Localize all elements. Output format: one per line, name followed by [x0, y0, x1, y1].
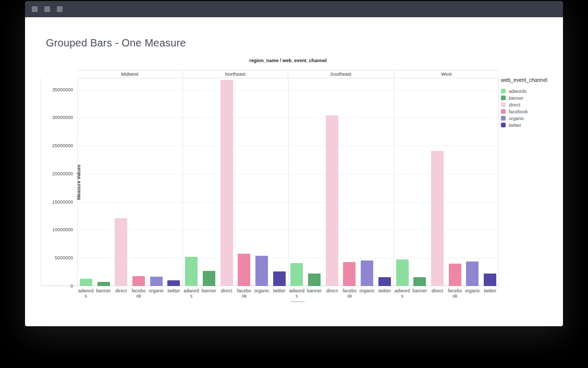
bar-west-facebook[interactable] [449, 264, 461, 286]
x-tick-label: adwords [183, 288, 200, 299]
bar-midwest-facebook[interactable] [132, 276, 145, 286]
x-tick-label: banner [201, 288, 217, 293]
bar-southeast-direct[interactable] [326, 115, 338, 286]
y-tick-label: 35000000 [42, 87, 73, 92]
x-tick-label: adwords [394, 288, 411, 299]
x-tick-label: banner [95, 288, 112, 293]
x-tick-label: twitter [165, 288, 182, 293]
facet-header-west: West [394, 70, 499, 78]
y-tick-label: 0 [42, 283, 73, 289]
window-control-icon[interactable] [44, 6, 50, 12]
bar-west-banner[interactable] [413, 277, 426, 286]
x-tick-label: organic [148, 288, 165, 293]
facet-header-midwest: Midwest [77, 70, 182, 78]
x-tick-label: direct [429, 288, 446, 293]
x-tick-label: direct [113, 288, 129, 293]
bar-west-organic[interactable] [466, 262, 479, 286]
legend-item-label: facebook [509, 109, 528, 114]
x-tick-label: adwords [78, 288, 94, 299]
x-tick-label: organic [359, 288, 375, 293]
bar-northeast-facebook[interactable] [238, 254, 250, 286]
facet-header-southeast: Southeast [288, 70, 394, 78]
legend-item-organic[interactable]: organic [501, 115, 561, 122]
bar-west-twitter[interactable] [484, 274, 496, 286]
legend-title: web_event_channel [501, 77, 561, 83]
bar-midwest-banner[interactable] [97, 282, 110, 286]
bar-west-direct[interactable] [431, 151, 444, 286]
legend-swatch-icon [501, 123, 506, 127]
x-tick-label: facebook [447, 288, 463, 299]
legend-item-label: adwords [509, 89, 526, 94]
facet-panel-northeast [182, 78, 288, 286]
facet-header-row: MidwestNortheastSoutheastWest [77, 70, 499, 78]
bar-northeast-organic[interactable] [255, 256, 268, 286]
chart-pivot-title: region_name / web_event_channel [77, 58, 499, 63]
y-tick-label: 15000000 [42, 199, 73, 205]
y-tick-label: 20000000 [42, 171, 73, 176]
chart-legend: web_event_channel adwordsbannerdirectfac… [501, 77, 561, 128]
x-tick-label: direct [218, 288, 235, 293]
legend-item-banner[interactable]: banner [501, 94, 561, 101]
x-tick-label: banner [306, 288, 323, 293]
x-tick-label: facebook [341, 288, 358, 299]
legend-swatch-icon [501, 102, 506, 107]
bar-midwest-direct[interactable] [115, 218, 127, 286]
x-tick-label: twitter [376, 288, 393, 293]
legend-item-label: twitter [509, 123, 521, 128]
legend-swatch-icon [501, 96, 506, 100]
legend-swatch-icon [501, 116, 506, 121]
bar-west-adwords[interactable] [396, 259, 409, 286]
legend-item-adwords[interactable]: adwords [501, 88, 561, 94]
bar-northeast-twitter[interactable] [273, 271, 286, 287]
facet-panel-midwest [77, 78, 182, 286]
legend-swatch-icon [501, 89, 506, 93]
facet-panel-southeast [288, 78, 394, 286]
legend-item-twitter[interactable]: twitter [501, 122, 561, 128]
bar-southeast-adwords[interactable] [290, 263, 303, 286]
bar-southeast-facebook[interactable] [343, 262, 356, 286]
x-tick-label: banner [411, 288, 428, 293]
bar-northeast-adwords[interactable] [185, 257, 198, 286]
bar-southeast-organic[interactable] [361, 260, 373, 286]
bar-midwest-organic[interactable] [150, 277, 163, 286]
legend-item-label: organic [509, 116, 524, 121]
window-control-icon[interactable] [57, 6, 63, 12]
scroll-handle[interactable] [290, 301, 305, 302]
app-window: Grouped Bars - One Measure region_name /… [25, 1, 563, 326]
x-tick-label: adwords [288, 288, 305, 299]
bar-northeast-banner[interactable] [203, 271, 215, 286]
bar-southeast-twitter[interactable] [378, 277, 391, 286]
x-tick-label: organic [464, 288, 481, 293]
bar-southeast-banner[interactable] [308, 274, 321, 286]
window-control-icon[interactable] [32, 6, 38, 12]
page-title: Grouped Bars - One Measure [46, 37, 186, 49]
x-tick-label: direct [324, 288, 340, 293]
desktop-background: Grouped Bars - One Measure region_name /… [0, 0, 588, 368]
axis-divider [77, 78, 78, 286]
legend-item-facebook[interactable]: facebook [501, 108, 561, 115]
window-titlebar[interactable] [25, 1, 563, 17]
legend-item-label: direct [509, 102, 520, 108]
y-tick-label: 10000000 [42, 227, 73, 232]
x-tick-label: organic [253, 288, 270, 293]
facet-panel-west [394, 78, 499, 286]
y-tick-label: 25000000 [42, 143, 73, 148]
x-tick-label: twitter [271, 288, 288, 293]
facet-header-northeast: Northeast [182, 70, 288, 78]
x-tick-label: facebook [236, 288, 252, 299]
legend-item-direct[interactable]: direct [501, 101, 561, 108]
x-tick-label: facebook [130, 288, 147, 299]
bar-northeast-direct[interactable] [220, 80, 233, 286]
bar-midwest-twitter[interactable] [167, 280, 180, 286]
bar-midwest-adwords[interactable] [80, 279, 92, 286]
legend-swatch-icon [501, 109, 506, 114]
legend-item-label: banner [509, 96, 523, 101]
x-tick-label: twitter [482, 288, 498, 293]
y-tick-label: 30000000 [42, 115, 73, 120]
y-tick-label: 5000000 [42, 255, 73, 260]
